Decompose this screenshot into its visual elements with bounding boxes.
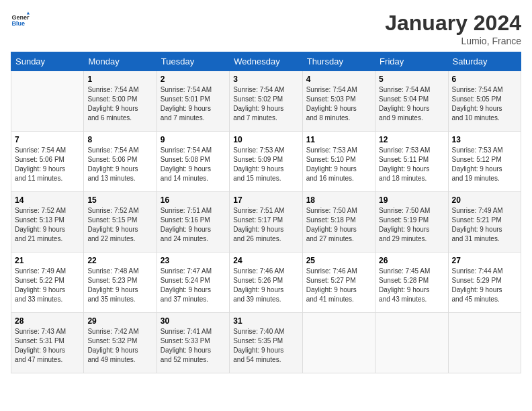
table-cell	[302, 313, 375, 373]
date-number: 7	[15, 135, 80, 144]
day-info: Sunrise: 7:53 AMSunset: 5:12 PMDaylight:…	[452, 146, 517, 183]
table-cell: 25Sunrise: 7:46 AMSunset: 5:27 PMDayligh…	[302, 253, 375, 313]
table-cell: 22Sunrise: 7:48 AMSunset: 5:23 PMDayligh…	[84, 253, 157, 313]
date-number: 1	[87, 75, 152, 84]
table-cell	[375, 313, 448, 373]
day-info: Sunrise: 7:48 AMSunset: 5:23 PMDaylight:…	[87, 267, 152, 304]
table-cell: 4Sunrise: 7:54 AMSunset: 5:03 PMDaylight…	[302, 71, 375, 132]
day-info: Sunrise: 7:50 AMSunset: 5:19 PMDaylight:…	[379, 206, 444, 244]
date-number: 18	[306, 195, 371, 205]
main-title: January 2024	[385, 11, 521, 36]
table-cell: 14Sunrise: 7:52 AMSunset: 5:13 PMDayligh…	[11, 192, 84, 253]
col-tuesday: Tuesday	[157, 52, 229, 71]
date-number: 26	[379, 256, 444, 265]
day-info: Sunrise: 7:51 AMSunset: 5:16 PMDaylight:…	[161, 206, 226, 244]
day-info: Sunrise: 7:47 AMSunset: 5:24 PMDaylight:…	[161, 267, 226, 304]
table-cell: 2Sunrise: 7:54 AMSunset: 5:01 PMDaylight…	[157, 71, 229, 132]
table-cell: 8Sunrise: 7:54 AMSunset: 5:06 PMDaylight…	[84, 132, 157, 192]
table-cell: 18Sunrise: 7:50 AMSunset: 5:18 PMDayligh…	[302, 192, 375, 253]
table-cell: 24Sunrise: 7:46 AMSunset: 5:26 PMDayligh…	[230, 253, 302, 313]
col-saturday: Saturday	[448, 52, 521, 71]
date-number: 12	[379, 135, 444, 144]
day-info: Sunrise: 7:54 AMSunset: 5:02 PMDaylight:…	[233, 85, 298, 123]
title-block: January 2024 Lumio, France	[385, 11, 521, 46]
table-cell: 1Sunrise: 7:54 AMSunset: 5:00 PMDaylight…	[84, 71, 157, 132]
col-monday: Monday	[84, 52, 157, 71]
day-info: Sunrise: 7:54 AMSunset: 5:06 PMDaylight:…	[15, 146, 80, 183]
date-number: 22	[87, 256, 152, 265]
calendar-row: 21Sunrise: 7:49 AMSunset: 5:22 PMDayligh…	[11, 253, 521, 313]
table-cell: 30Sunrise: 7:41 AMSunset: 5:33 PMDayligh…	[157, 313, 229, 373]
day-info: Sunrise: 7:46 AMSunset: 5:26 PMDaylight:…	[233, 267, 298, 304]
date-number: 3	[233, 75, 298, 84]
svg-text:Blue: Blue	[11, 20, 25, 27]
table-cell: 16Sunrise: 7:51 AMSunset: 5:16 PMDayligh…	[157, 192, 229, 253]
calendar-row: 7Sunrise: 7:54 AMSunset: 5:06 PMDaylight…	[11, 132, 521, 192]
col-friday: Friday	[375, 52, 448, 71]
date-number: 23	[161, 256, 226, 265]
calendar-row: 28Sunrise: 7:43 AMSunset: 5:31 PMDayligh…	[11, 313, 521, 373]
day-info: Sunrise: 7:42 AMSunset: 5:32 PMDaylight:…	[87, 327, 152, 365]
table-cell: 3Sunrise: 7:54 AMSunset: 5:02 PMDaylight…	[230, 71, 302, 132]
date-number: 8	[87, 135, 152, 144]
calendar-row: 1Sunrise: 7:54 AMSunset: 5:00 PMDaylight…	[11, 71, 521, 132]
day-info: Sunrise: 7:40 AMSunset: 5:35 PMDaylight:…	[233, 327, 298, 365]
table-cell: 11Sunrise: 7:53 AMSunset: 5:10 PMDayligh…	[302, 132, 375, 192]
subtitle: Lumio, France	[385, 36, 521, 46]
table-cell: 17Sunrise: 7:51 AMSunset: 5:17 PMDayligh…	[230, 192, 302, 253]
date-number: 5	[379, 75, 444, 84]
date-number: 21	[15, 256, 80, 265]
date-number: 11	[306, 135, 371, 144]
date-number: 10	[233, 135, 298, 144]
date-number: 20	[452, 195, 517, 205]
date-number: 4	[306, 75, 371, 84]
col-wednesday: Wednesday	[230, 52, 302, 71]
header-row: Sunday Monday Tuesday Wednesday Thursday…	[11, 52, 521, 71]
table-cell: 21Sunrise: 7:49 AMSunset: 5:22 PMDayligh…	[11, 253, 84, 313]
day-info: Sunrise: 7:52 AMSunset: 5:15 PMDaylight:…	[87, 206, 152, 244]
day-info: Sunrise: 7:54 AMSunset: 5:03 PMDaylight:…	[306, 85, 371, 123]
logo-icon: General Blue	[11, 11, 30, 30]
day-info: Sunrise: 7:52 AMSunset: 5:13 PMDaylight:…	[15, 206, 80, 244]
day-info: Sunrise: 7:44 AMSunset: 5:29 PMDaylight:…	[452, 267, 517, 304]
date-number: 29	[87, 316, 152, 326]
logo: General Blue	[11, 11, 30, 30]
table-cell: 19Sunrise: 7:50 AMSunset: 5:19 PMDayligh…	[375, 192, 448, 253]
day-info: Sunrise: 7:54 AMSunset: 5:05 PMDaylight:…	[452, 85, 517, 123]
calendar-row: 14Sunrise: 7:52 AMSunset: 5:13 PMDayligh…	[11, 192, 521, 253]
day-info: Sunrise: 7:43 AMSunset: 5:31 PMDaylight:…	[15, 327, 80, 365]
table-cell: 20Sunrise: 7:49 AMSunset: 5:21 PMDayligh…	[448, 192, 521, 253]
day-info: Sunrise: 7:54 AMSunset: 5:00 PMDaylight:…	[87, 85, 152, 123]
day-info: Sunrise: 7:50 AMSunset: 5:18 PMDaylight:…	[306, 206, 371, 244]
table-cell: 26Sunrise: 7:45 AMSunset: 5:28 PMDayligh…	[375, 253, 448, 313]
table-cell: 27Sunrise: 7:44 AMSunset: 5:29 PMDayligh…	[448, 253, 521, 313]
date-number: 13	[452, 135, 517, 144]
table-cell	[11, 71, 84, 132]
table-cell: 9Sunrise: 7:54 AMSunset: 5:08 PMDaylight…	[157, 132, 229, 192]
date-number: 28	[15, 316, 80, 326]
table-cell: 12Sunrise: 7:53 AMSunset: 5:11 PMDayligh…	[375, 132, 448, 192]
table-cell: 6Sunrise: 7:54 AMSunset: 5:05 PMDaylight…	[448, 71, 521, 132]
table-cell: 5Sunrise: 7:54 AMSunset: 5:04 PMDaylight…	[375, 71, 448, 132]
day-info: Sunrise: 7:53 AMSunset: 5:10 PMDaylight:…	[306, 146, 371, 183]
table-cell: 31Sunrise: 7:40 AMSunset: 5:35 PMDayligh…	[230, 313, 302, 373]
table-cell: 23Sunrise: 7:47 AMSunset: 5:24 PMDayligh…	[157, 253, 229, 313]
date-number: 9	[161, 135, 226, 144]
date-number: 25	[306, 256, 371, 265]
day-info: Sunrise: 7:51 AMSunset: 5:17 PMDaylight:…	[233, 206, 298, 244]
col-sunday: Sunday	[11, 52, 84, 71]
svg-marker-2	[27, 11, 30, 14]
table-cell: 28Sunrise: 7:43 AMSunset: 5:31 PMDayligh…	[11, 313, 84, 373]
page-header: General Blue January 2024 Lumio, France	[11, 11, 521, 46]
day-info: Sunrise: 7:54 AMSunset: 5:01 PMDaylight:…	[161, 85, 226, 123]
date-number: 2	[161, 75, 226, 84]
day-info: Sunrise: 7:54 AMSunset: 5:08 PMDaylight:…	[161, 146, 226, 183]
table-cell: 15Sunrise: 7:52 AMSunset: 5:15 PMDayligh…	[84, 192, 157, 253]
date-number: 24	[233, 256, 298, 265]
date-number: 17	[233, 195, 298, 205]
col-thursday: Thursday	[302, 52, 375, 71]
table-cell: 7Sunrise: 7:54 AMSunset: 5:06 PMDaylight…	[11, 132, 84, 192]
date-number: 19	[379, 195, 444, 205]
svg-text:General: General	[11, 14, 30, 21]
day-info: Sunrise: 7:53 AMSunset: 5:11 PMDaylight:…	[379, 146, 444, 183]
